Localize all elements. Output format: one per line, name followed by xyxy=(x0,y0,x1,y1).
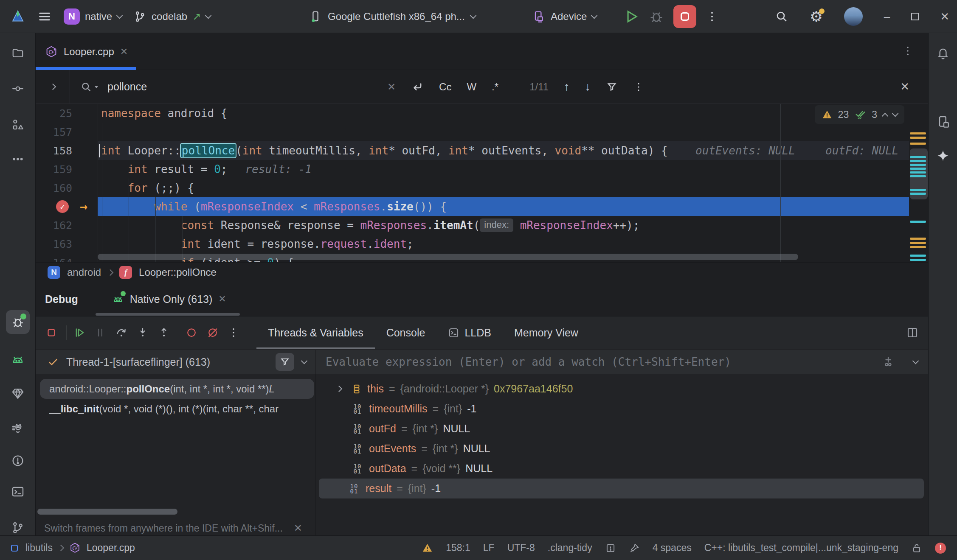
code-line-161[interactable]: ✓→ while (mResponseIndex < mResponses.si… xyxy=(36,197,909,216)
gutter[interactable]: 159 xyxy=(36,160,98,179)
clear-search-icon[interactable]: ✕ xyxy=(387,81,396,93)
next-problem-icon[interactable] xyxy=(892,110,899,117)
regex-toggle[interactable]: .* xyxy=(492,81,498,93)
commit-icon[interactable] xyxy=(6,77,30,101)
code-lines[interactable]: 25namespace android {157158int Looper::p… xyxy=(36,104,909,262)
tab-threads-variables[interactable]: Threads & Variables xyxy=(256,316,375,349)
status-file[interactable]: Looper.cpp xyxy=(87,542,135,554)
status-module[interactable]: libutils xyxy=(25,542,53,554)
gemini-icon[interactable] xyxy=(931,144,955,168)
code-line-25[interactable]: 25namespace android { xyxy=(36,104,909,123)
step-out-icon[interactable] xyxy=(158,326,170,339)
search-options-icon[interactable] xyxy=(633,81,644,92)
code-text[interactable]: while (mResponseIndex < mResponses.size(… xyxy=(98,197,909,216)
resume-icon[interactable] xyxy=(73,326,85,339)
code-line-160[interactable]: 160 for (;;) { xyxy=(36,179,909,197)
file-encoding[interactable]: UTF-8 xyxy=(507,542,535,554)
code-line-163[interactable]: 163 int ident = response.request.ident; xyxy=(36,235,909,253)
hide-frames-filter-button[interactable] xyxy=(276,353,294,371)
tab-strip-scrollbar[interactable] xyxy=(96,313,240,316)
folder-icon[interactable] xyxy=(6,41,30,65)
close-session-icon[interactable]: ✕ xyxy=(218,294,226,305)
line-ending[interactable]: LF xyxy=(483,542,495,554)
indent-setting[interactable]: 4 spaces xyxy=(653,542,692,554)
horizontal-scrollbar[interactable] xyxy=(98,254,798,260)
previous-problem-icon[interactable] xyxy=(882,112,889,119)
chevron-down-icon[interactable] xyxy=(912,357,919,364)
code-text[interactable]: int result = 0;result: -1 xyxy=(98,160,909,179)
pause-icon[interactable] xyxy=(94,326,107,339)
pin-icon[interactable] xyxy=(629,543,640,554)
gutter[interactable]: 162 xyxy=(36,216,98,235)
logcat-icon[interactable] xyxy=(6,348,30,372)
debug-session-tab[interactable]: Native Only (613) ✕ xyxy=(112,293,226,305)
code-text[interactable]: for (;;) { xyxy=(98,179,909,197)
gutter[interactable]: 157 xyxy=(36,123,98,141)
vcs-widget[interactable]: codelab ↗ xyxy=(134,10,211,23)
debug-icon[interactable] xyxy=(6,310,30,334)
caret-position[interactable]: 158:1 xyxy=(446,542,470,554)
close-button[interactable]: ✕ xyxy=(940,10,949,23)
more-vertical-icon[interactable] xyxy=(228,327,239,339)
project-widget[interactable]: N native xyxy=(64,8,122,25)
stop-icon[interactable] xyxy=(45,326,58,339)
evaluate-expression-bar[interactable]: Evaluate expression (Enter) or add a wat… xyxy=(315,350,928,374)
gutter[interactable]: 160 xyxy=(36,179,98,197)
code-text[interactable]: const Response& response = mResponses.it… xyxy=(98,216,909,235)
gutter[interactable]: 158 xyxy=(36,141,98,160)
debug-button[interactable] xyxy=(649,9,664,24)
filter-search-icon[interactable] xyxy=(606,81,618,93)
view-breakpoints-icon[interactable] xyxy=(185,326,198,339)
avatar[interactable] xyxy=(844,7,863,26)
match-case-toggle[interactable]: Cc xyxy=(439,81,451,93)
dismiss-hint-icon[interactable]: ✕ xyxy=(294,522,302,534)
code-text[interactable] xyxy=(98,123,909,141)
running-devices-icon[interactable] xyxy=(931,110,955,134)
variable-row[interactable]: 1001outFd={int *}NULL xyxy=(319,419,924,439)
error-stripe[interactable] xyxy=(909,104,928,262)
variable-row[interactable]: 1001outEvents={int *}NULL xyxy=(319,439,924,459)
tab-lldb[interactable]: LLDB xyxy=(436,316,503,349)
code-text[interactable]: int ident = response.request.ident; xyxy=(98,235,909,253)
code-line-159[interactable]: 159 int result = 0;result: -1 xyxy=(36,160,909,179)
code-line-157[interactable]: 157 xyxy=(36,123,909,141)
gutter[interactable]: 164 xyxy=(36,253,98,262)
step-into-icon[interactable] xyxy=(136,326,149,339)
words-toggle[interactable]: W xyxy=(467,81,476,93)
main-menu-icon[interactable] xyxy=(37,9,52,24)
code-line-158[interactable]: 158int Looper::pollOnce(int timeoutMilli… xyxy=(36,141,909,160)
step-over-icon[interactable] xyxy=(115,326,128,339)
breadcrumb-function[interactable]: Looper::pollOnce xyxy=(139,266,217,278)
variable-row[interactable]: 1001result={int}-1 xyxy=(319,479,924,498)
code-editor[interactable]: 25namespace android {157158int Looper::p… xyxy=(36,104,928,262)
structure-icon[interactable] xyxy=(6,113,30,137)
tab-options-icon[interactable] xyxy=(902,45,914,57)
code-text[interactable]: int Looper::pollOnce(int timeoutMillis, … xyxy=(98,141,909,160)
more-horizontal-icon[interactable] xyxy=(6,147,30,171)
breakpoint-icon[interactable]: ✓ xyxy=(56,200,69,213)
unlock-icon[interactable] xyxy=(911,543,922,554)
tab-memory-view[interactable]: Memory View xyxy=(503,316,590,349)
code-line-162[interactable]: 162 const Response& response = mResponse… xyxy=(36,216,909,235)
settings-gear-icon[interactable]: ⚙ xyxy=(810,9,822,24)
variable-row[interactable]: 1001outData={void **}NULL xyxy=(319,459,924,479)
expand-search-icon[interactable] xyxy=(36,70,70,104)
thread-selector[interactable]: Thread-1-[surfaceflinger] (613) xyxy=(36,350,315,374)
close-tab-icon[interactable]: ✕ xyxy=(120,46,128,57)
terminal-icon[interactable] xyxy=(6,480,30,504)
gutter[interactable]: ✓→ xyxy=(36,197,98,216)
layout-settings-icon[interactable] xyxy=(906,326,919,339)
next-match-icon[interactable]: ↓ xyxy=(585,80,591,93)
clang-tidy[interactable]: .clang-tidy xyxy=(548,542,592,554)
previous-match-icon[interactable]: ↑ xyxy=(564,80,570,93)
mute-breakpoints-icon[interactable] xyxy=(206,326,219,339)
app-quality-insights-icon[interactable] xyxy=(6,382,30,406)
stop-button[interactable] xyxy=(673,5,696,28)
inspections-widget[interactable]: 23 3 xyxy=(815,105,904,124)
gutter[interactable]: 163 xyxy=(36,235,98,253)
gutter[interactable]: 25 xyxy=(36,104,98,123)
problems-icon[interactable] xyxy=(6,449,30,473)
search-everywhere-icon[interactable] xyxy=(775,10,788,23)
stack-frames-list[interactable]: android::Looper::pollOnce(int, int *, in… xyxy=(36,375,315,535)
profiler-icon[interactable] xyxy=(6,416,30,440)
